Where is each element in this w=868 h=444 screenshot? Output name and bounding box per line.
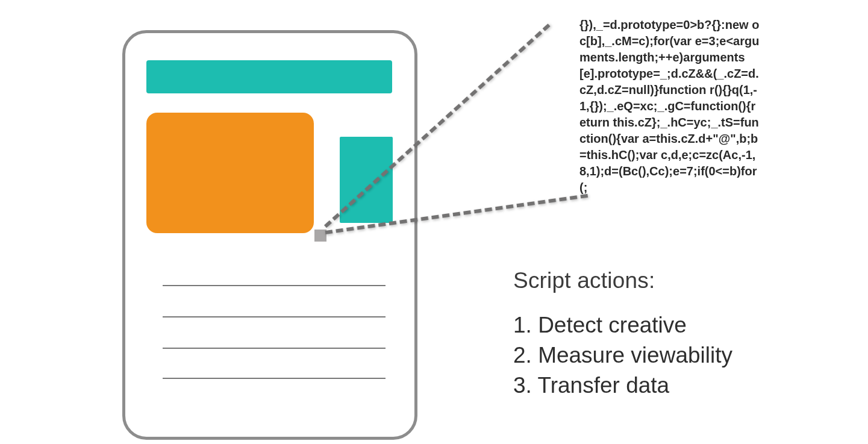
top-banner: [146, 60, 392, 93]
text-line: [163, 348, 386, 349]
action-item: 3. Transfer data: [513, 371, 851, 401]
script-actions-section: Script actions: 1. Detect creative 2. Me…: [513, 268, 851, 401]
phone-mockup: [122, 30, 417, 440]
orange-creative: [146, 113, 314, 233]
actions-list: 1. Detect creative 2. Measure viewabilit…: [513, 310, 851, 401]
teal-side-ad: [340, 137, 393, 223]
action-item: 1. Detect creative: [513, 310, 851, 340]
text-line: [163, 378, 386, 379]
action-item: 2. Measure viewability: [513, 340, 851, 371]
actions-title: Script actions:: [513, 268, 851, 293]
script-code-block: {}),_=d.prototype=0>b?{}:new oc[b],_.cM=…: [579, 17, 760, 196]
text-line: [163, 316, 386, 317]
text-line: [163, 285, 386, 286]
